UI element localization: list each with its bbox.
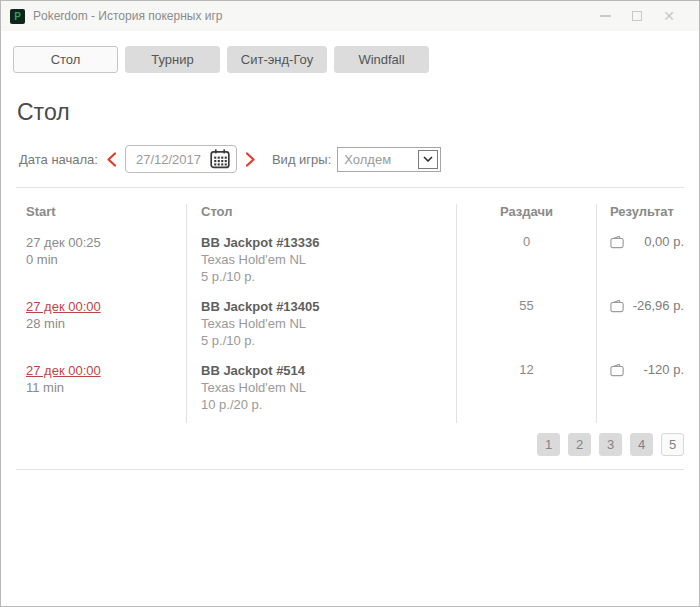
game-type-value: Холдем xyxy=(344,152,391,167)
game-variant: Texas Hold'em NL xyxy=(201,315,456,332)
result-amount: -26,96 р. xyxy=(633,298,684,313)
session-duration: 11 min xyxy=(26,379,186,396)
previous-day-button[interactable] xyxy=(98,152,125,167)
page-button-5-current[interactable]: 5 xyxy=(661,433,684,456)
close-button[interactable]: ✕ xyxy=(653,3,685,29)
table-row-table: BB Jackpot #13405 Texas Hold'em NL 5 р./… xyxy=(186,295,456,359)
calendar-picker-button[interactable] xyxy=(209,148,231,170)
window-title: Pokerdom - История покерных игр xyxy=(33,9,589,23)
stakes: 5 р./10 р. xyxy=(201,268,456,285)
minimize-icon xyxy=(600,15,611,17)
app-window: P Pokerdom - История покерных игр ✕ Стол… xyxy=(0,0,700,607)
wallet-icon xyxy=(610,235,625,249)
table-row-table: BB Jackpot #514 Texas Hold'em NL 10 р./2… xyxy=(186,359,456,423)
hands-count: 12 xyxy=(456,359,596,423)
page-button-1[interactable]: 1 xyxy=(537,433,560,456)
close-icon: ✕ xyxy=(663,9,675,23)
page-button-3[interactable]: 3 xyxy=(599,433,622,456)
table-row-start: 27 дек 00:00 11 min xyxy=(16,359,186,423)
next-day-button[interactable] xyxy=(237,152,264,167)
session-duration: 28 min xyxy=(26,315,186,332)
session-start-time: 27 дек 00:25 xyxy=(26,234,186,251)
window-controls: ✕ xyxy=(589,3,685,29)
chevron-right-icon xyxy=(246,152,255,167)
page-button-2[interactable]: 2 xyxy=(568,433,591,456)
session-result: 0,00 р. xyxy=(596,231,686,295)
start-date-label: Дата начала: xyxy=(19,152,98,167)
column-header-table: Стол xyxy=(186,204,456,231)
column-header-result: Результат xyxy=(596,204,686,231)
wallet-icon xyxy=(610,363,625,377)
column-header-start: Start xyxy=(16,204,186,231)
maximize-button[interactable] xyxy=(621,3,653,29)
stakes: 10 р./20 р. xyxy=(201,396,456,413)
table-name: BB Jackpot #13405 xyxy=(201,298,456,315)
table-name: BB Jackpot #514 xyxy=(201,362,456,379)
titlebar: P Pokerdom - История покерных игр ✕ xyxy=(1,1,699,31)
calendar-icon xyxy=(209,148,231,170)
result-amount: 0,00 р. xyxy=(644,234,684,249)
table-row-start: 27 дек 00:25 0 min xyxy=(16,231,186,295)
game-variant: Texas Hold'em NL xyxy=(201,251,456,268)
maximize-icon xyxy=(632,11,642,21)
game-type-label: Вид игры: xyxy=(272,152,331,167)
table-row-table: BB Jackpot #13336 Texas Hold'em NL 5 р./… xyxy=(186,231,456,295)
hands-count: 0 xyxy=(456,231,596,295)
game-variant: Texas Hold'em NL xyxy=(201,379,456,396)
select-dropdown-button[interactable] xyxy=(418,150,438,169)
bottom-divider xyxy=(16,469,684,470)
chevron-down-icon xyxy=(423,156,433,162)
pokerdom-logo-icon: P xyxy=(10,9,25,24)
minimize-button[interactable] xyxy=(589,3,621,29)
page-title: Стол xyxy=(17,99,699,126)
chevron-left-icon xyxy=(107,152,116,167)
result-amount: -120 р. xyxy=(644,362,684,377)
session-result: -26,96 р. xyxy=(596,295,686,359)
start-date-value: 27/12/2017 xyxy=(136,152,201,167)
tab-windfall[interactable]: Windfall xyxy=(334,46,429,73)
tab-tournament[interactable]: Турнир xyxy=(125,46,220,73)
session-result: -120 р. xyxy=(596,359,686,423)
session-start-time-link[interactable]: 27 дек 00:00 xyxy=(26,363,101,378)
filters-bar: Дата начала: 27/12/2017 xyxy=(19,145,699,173)
session-duration: 0 min xyxy=(26,251,186,268)
pagination: 1 2 3 4 5 xyxy=(1,433,684,456)
tab-cash-table[interactable]: Стол xyxy=(13,46,118,73)
stakes: 5 р./10 р. xyxy=(201,332,456,349)
table-row-start: 27 дек 00:00 28 min xyxy=(16,295,186,359)
hands-count: 55 xyxy=(456,295,596,359)
game-type-select[interactable]: Холдем xyxy=(337,147,441,172)
start-date-input[interactable]: 27/12/2017 xyxy=(125,145,237,173)
history-type-tabs: Стол Турнир Сит-энд-Гоу Windfall xyxy=(1,31,699,73)
sessions-table: Start Стол Раздачи Результат 27 дек 00:2… xyxy=(16,188,684,423)
session-start-time-link[interactable]: 27 дек 00:00 xyxy=(26,299,101,314)
column-header-hands: Раздачи xyxy=(456,204,596,231)
page-button-4[interactable]: 4 xyxy=(630,433,653,456)
wallet-icon xyxy=(610,299,625,313)
tab-sit-and-go[interactable]: Сит-энд-Гоу xyxy=(227,46,327,73)
table-name: BB Jackpot #13336 xyxy=(201,234,456,251)
